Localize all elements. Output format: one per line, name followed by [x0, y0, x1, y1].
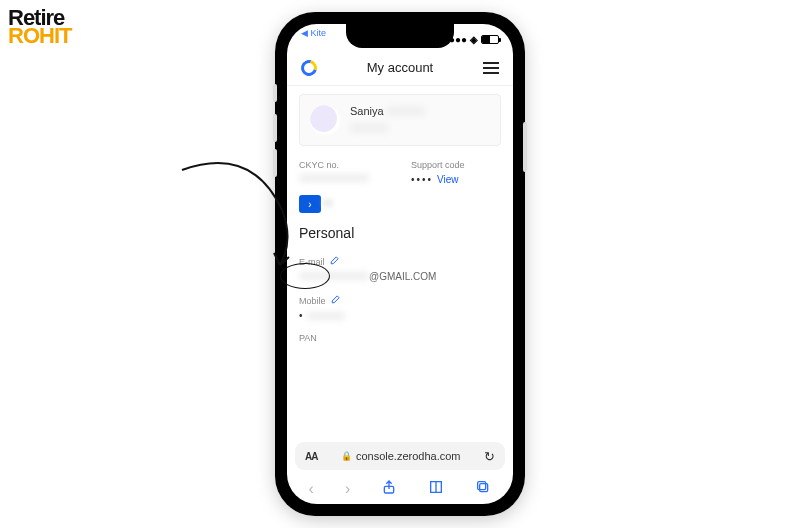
phone-mockup: ◀ Kite 1:18 ●●● ◈ My account Saniya — [277, 14, 523, 514]
battery-icon — [481, 35, 499, 44]
support-code-field: Support code •••• View — [411, 160, 501, 185]
mobile-value: • — [299, 310, 501, 321]
power-button — [523, 122, 527, 172]
ckyc-support-row: CKYC no. Support code •••• View — [299, 160, 501, 185]
section-title-personal: Personal — [299, 225, 501, 241]
page-title: My account — [367, 60, 433, 75]
svg-rect-1 — [480, 484, 488, 492]
support-code-dots: •••• — [411, 174, 433, 185]
brand-icon[interactable] — [298, 57, 320, 79]
wifi-icon: ◈ — [470, 34, 478, 45]
domain-text: console.zerodha.com — [356, 450, 461, 462]
watermark-logo: Retire ROHIT — [8, 8, 71, 48]
bookmarks-icon[interactable] — [428, 479, 444, 499]
notch — [346, 24, 454, 48]
logo-line2: ROHIT — [8, 23, 71, 48]
ckyc-field: CKYC no. — [299, 160, 389, 185]
statusbar-back[interactable]: ◀ Kite — [301, 28, 326, 50]
ckyc-label: CKYC no. — [299, 160, 389, 170]
lock-icon: 🔒 — [341, 451, 352, 461]
support-code-view-link[interactable]: View — [437, 174, 459, 185]
mobile-label: Mobile — [299, 294, 501, 306]
mute-switch — [273, 84, 277, 102]
profile-info: Saniya — [350, 105, 425, 135]
volume-up — [273, 114, 277, 142]
back-icon[interactable]: ‹ — [309, 480, 314, 498]
profile-name: Saniya — [350, 105, 425, 117]
menu-icon[interactable] — [483, 62, 499, 74]
address-url[interactable]: 🔒 console.zerodha.com — [341, 450, 461, 462]
forward-icon[interactable]: › — [345, 480, 350, 498]
browser-tabbar: ‹ › — [287, 474, 513, 504]
edit-mobile-icon[interactable] — [331, 294, 341, 304]
expand-button[interactable]: › — [299, 195, 321, 213]
text-size-button[interactable]: AA — [305, 451, 317, 462]
share-icon[interactable] — [381, 479, 397, 499]
support-code-value: •••• View — [411, 174, 501, 185]
email-value: @GMAIL.COM — [299, 271, 501, 282]
support-code-label: Support code — [411, 160, 501, 170]
reload-icon[interactable]: ↻ — [484, 449, 495, 464]
profile-sub-redacted — [350, 124, 388, 132]
edit-email-icon[interactable] — [330, 255, 340, 265]
svg-rect-2 — [478, 482, 486, 490]
app-header: My account — [287, 50, 513, 86]
address-bar[interactable]: AA 🔒 console.zerodha.com ↻ — [295, 442, 505, 470]
pan-label: PAN — [299, 333, 501, 343]
profile-card: Saniya — [299, 94, 501, 146]
statusbar-right: ●●● ◈ — [449, 28, 499, 50]
content-area: Saniya CKYC no. Support code •••• View — [287, 86, 513, 442]
avatar — [310, 105, 340, 135]
tabs-icon[interactable] — [475, 479, 491, 499]
email-label: E-mail — [299, 255, 501, 267]
phone-screen: ◀ Kite 1:18 ●●● ◈ My account Saniya — [287, 24, 513, 504]
volume-down — [273, 149, 277, 177]
ckyc-value-redacted — [299, 174, 369, 182]
